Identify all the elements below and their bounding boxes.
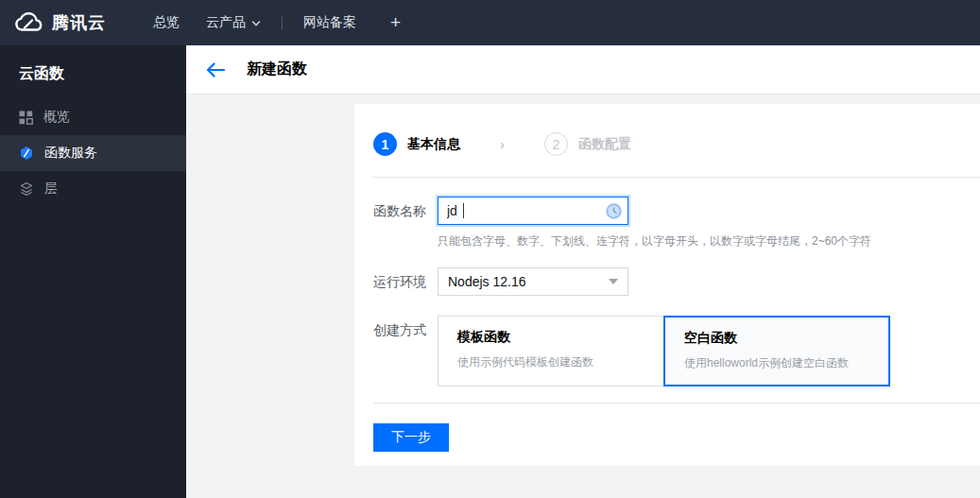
creation-method-row: 创建方式 模板函数 使用示例代码模板创建函数 空白函数 使用helloworld…: [373, 316, 961, 386]
layers-icon: [19, 181, 34, 197]
sidebar-item-function-service[interactable]: 函数服务: [0, 135, 186, 171]
new-function-card: 1 基本信息 › 2 函数配置 函数名称: [354, 104, 980, 466]
chevron-down-icon: [251, 20, 261, 26]
tencent-cloud-logo[interactable]: 腾讯云: [13, 11, 106, 34]
cloud-logo-icon: [13, 11, 43, 34]
nav-add-button[interactable]: +: [381, 12, 410, 33]
creation-method-options: 模板函数 使用示例代码模板创建函数 空白函数 使用helloworld示例创建空…: [438, 316, 890, 386]
back-arrow-icon[interactable]: [206, 62, 225, 77]
basic-info-form: 函数名称: [354, 178, 980, 403]
method-card-desc: 使用示例代码模板创建函数: [457, 354, 645, 370]
sidebar-item-label: 层: [44, 180, 58, 197]
function-shield-icon: [19, 146, 34, 161]
nav-icp-filing[interactable]: 网站备案: [290, 0, 370, 45]
method-card-title: 模板函数: [457, 329, 645, 346]
sidebar-item-layers[interactable]: 层: [0, 171, 186, 207]
sidebar-item-overview[interactable]: 概览: [0, 99, 186, 135]
main-area: 新建函数 1 基本信息 › 2 函数配置 函数名称: [186, 45, 980, 498]
creation-method-label: 创建方式: [373, 316, 438, 386]
sidebar-item-label: 概览: [43, 109, 70, 126]
topbar: 腾讯云 总览 云产品 网站备案 +: [0, 0, 980, 45]
sidebar-item-label: 函数服务: [44, 145, 97, 162]
step-1-circle: 1: [373, 132, 397, 156]
text-cursor: [463, 203, 464, 218]
runtime-label: 运行环境: [373, 267, 438, 296]
step-chevron-icon: ›: [500, 136, 505, 152]
nav-divider: [282, 15, 283, 30]
nav-overview[interactable]: 总览: [140, 0, 193, 45]
form-footer: 下一步: [354, 404, 980, 468]
function-name-label: 函数名称: [373, 197, 438, 249]
nav-cloud-products[interactable]: 云产品: [193, 0, 274, 45]
step-2-circle: 2: [544, 132, 568, 156]
function-name-hint: 只能包含字母、数字、下划线、连字符，以字母开头，以数字或字母结尾，2~60个字符: [438, 233, 871, 249]
method-card-blank-function[interactable]: 空白函数 使用helloworld示例创建空白函数: [663, 316, 890, 386]
runtime-select[interactable]: Nodejs 12.16: [438, 267, 628, 296]
step-2-label: 函数配置: [578, 136, 631, 153]
page-title: 新建函数: [247, 60, 307, 79]
method-card-template-function[interactable]: 模板函数 使用示例代码模板创建函数: [438, 316, 664, 386]
sidebar-title: 云函数: [0, 45, 186, 99]
step-indicator: 1 基本信息 › 2 函数配置: [354, 104, 980, 177]
clock-status-icon: [606, 203, 622, 219]
method-card-desc: 使用helloworld示例创建空白函数: [684, 355, 869, 371]
runtime-selected-value: Nodejs 12.16: [448, 274, 526, 289]
brand-name: 腾讯云: [52, 11, 106, 34]
step-1-label: 基本信息: [407, 136, 460, 153]
method-card-title: 空白函数: [684, 330, 869, 347]
next-step-button[interactable]: 下一步: [373, 423, 449, 452]
top-navigation: 总览 云产品 网站备案 +: [140, 0, 410, 45]
function-name-row: 函数名称: [373, 197, 961, 249]
runtime-row: 运行环境 Nodejs 12.16: [373, 267, 961, 296]
content-area: 1 基本信息 › 2 函数配置 函数名称: [186, 94, 980, 498]
caret-down-icon: [609, 279, 618, 284]
page-header: 新建函数: [186, 45, 980, 94]
sidebar: 云函数 概览 函数服务: [0, 45, 186, 498]
grid-icon: [19, 111, 33, 125]
function-name-input[interactable]: [438, 197, 628, 225]
